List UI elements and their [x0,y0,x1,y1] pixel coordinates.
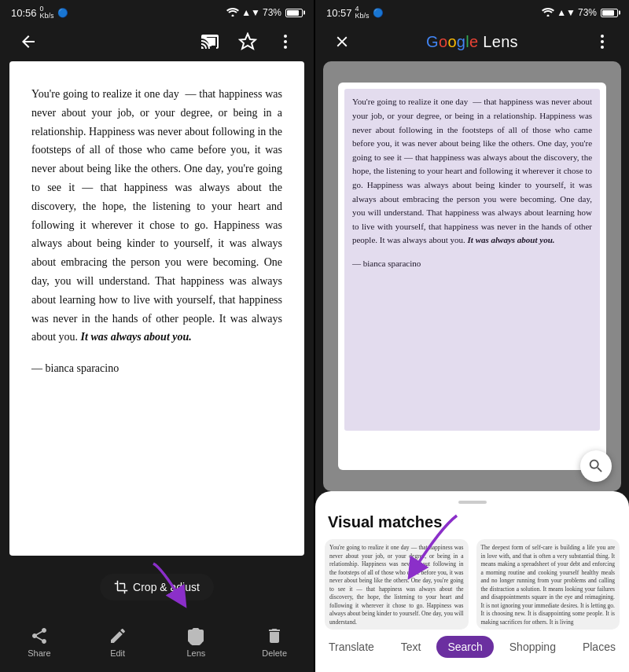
svg-point-0 [232,14,234,17]
right-status-left: 10:57 4Kb/s 🔵 [326,6,384,20]
back-button[interactable] [13,26,44,57]
toolbar-right-icons [194,26,301,57]
close-button[interactable] [326,26,358,57]
match-card-2[interactable]: The deepest form of self-care is buildin… [476,539,620,630]
left-signal-bars: ▲▼ [241,7,260,18]
lens-search-button[interactable] [580,450,612,482]
edit-nav-item[interactable]: Edit [90,626,145,658]
bottom-tabs: Translate Text Search Shopping Places [315,630,629,666]
more-button-left[interactable] [270,26,301,57]
match-card-2-text: The deepest form of self-care is buildin… [476,539,620,630]
svg-point-7 [547,14,550,17]
left-panel: 10:56 0Kb/s 🔵 ▲▼ 73% [0,0,314,672]
left-battery-label: 73% [263,7,281,18]
tab-shopping[interactable]: Shopping [498,636,567,658]
left-battery-icon [285,9,303,17]
bottom-sheet: Visual matches You're going to realize i… [315,491,629,672]
right-book-text: You're going to realize it one day — tha… [352,95,592,248]
book-content-area: You're going to realize it one day — tha… [9,61,304,556]
cast-button[interactable] [194,26,226,57]
svg-point-3 [284,40,287,43]
sheet-handle [458,501,487,504]
lens-nav-item[interactable]: Lens [168,626,223,658]
tab-text[interactable]: Text [390,636,432,658]
edit-label: Edit [110,648,125,658]
right-status-bar: 10:57 4Kb/s 🔵 ▲▼ 73% [315,0,629,22]
right-signal-bars: ▲▼ [557,7,576,18]
book-text: You're going to realize it one day — tha… [31,85,282,347]
right-panel: 10:57 4Kb/s 🔵 ▲▼ 73% [315,0,629,672]
left-signal-icon: 🔵 [57,8,68,18]
right-status-right: ▲▼ 73% [542,7,618,19]
right-topbar: Google Lens [315,22,629,61]
left-wifi-icon [226,7,239,19]
tab-search[interactable]: Search [436,636,493,658]
left-kb: 0Kb/s [40,6,54,20]
right-image-area: You're going to realize it one day — tha… [323,61,621,491]
left-time: 10:56 [11,7,37,19]
svg-point-10 [601,46,604,49]
lens-label: Lens [186,648,205,658]
left-status-bar: 10:56 0Kb/s 🔵 ▲▼ 73% [0,0,314,22]
right-wifi-icon [542,7,554,19]
left-toolbar [0,22,314,61]
right-italic-text: It was always about you. [468,235,555,244]
svg-point-9 [601,40,604,43]
right-battery-icon [601,9,618,17]
svg-point-8 [601,35,604,38]
tab-places[interactable]: Places [572,636,627,658]
right-time: 10:57 [326,7,352,19]
delete-label: Delete [262,648,287,658]
share-nav-item[interactable]: Share [12,626,67,658]
right-author: — bianca sparacino [352,259,592,268]
svg-point-4 [284,46,287,49]
svg-marker-1 [240,34,256,49]
share-label: Share [28,648,50,658]
delete-nav-item[interactable]: Delete [247,626,302,658]
right-signal-icon: 🔵 [373,8,384,18]
svg-point-2 [284,35,287,38]
author-line: — bianca sparacino [31,362,282,375]
right-battery-label: 73% [578,7,597,18]
more-button-right[interactable] [587,26,618,57]
right-kb: 4Kb/s [355,6,370,20]
left-bottom-nav: Share Edit Lens Delete [0,619,314,672]
left-status-right: ▲▼ 73% [226,7,303,19]
google-lens-title: Google Lens [426,33,518,51]
crop-adjust-label: Crop & adjust [133,581,200,593]
tab-translate[interactable]: Translate [318,636,385,658]
italic-bold-text: It was always about you. [81,331,192,343]
right-book-content: You're going to realize it one day — tha… [338,83,606,469]
bookmark-button[interactable] [232,26,263,57]
crop-adjust-button[interactable]: Crop & adjust [100,574,214,600]
left-status-left: 10:56 0Kb/s 🔵 [11,6,68,20]
